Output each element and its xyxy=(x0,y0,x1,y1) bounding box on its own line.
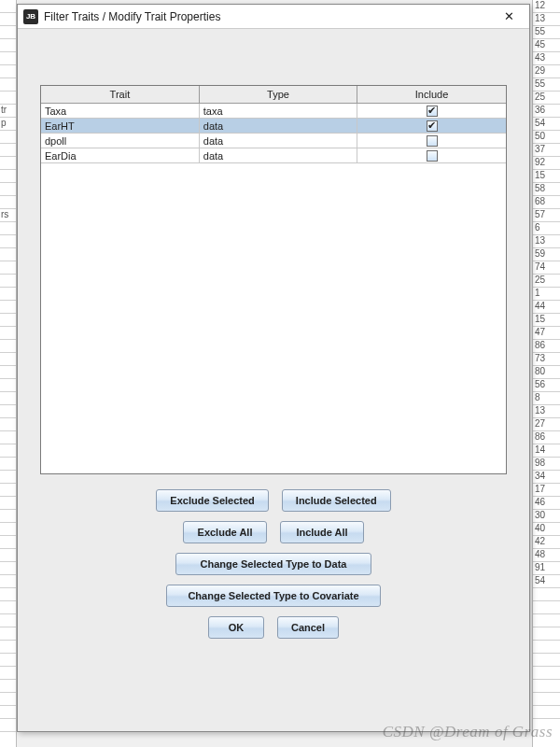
table-body: TaxataxaEarHTdatadpolldataEarDiadata xyxy=(41,104,506,163)
table-row[interactable]: Taxataxa xyxy=(41,104,506,119)
cell-include[interactable] xyxy=(357,134,506,148)
include-checkbox[interactable] xyxy=(427,106,438,117)
button-row-5: OK Cancel xyxy=(208,616,339,639)
close-icon[interactable]: ✕ xyxy=(494,7,524,27)
change-type-to-covariate-button[interactable]: Change Selected Type to Covariate xyxy=(166,585,381,607)
button-area: Exclude Selected Include Selected Exclud… xyxy=(156,489,390,639)
ok-button[interactable]: OK xyxy=(208,616,264,639)
cell-type[interactable]: taxa xyxy=(199,104,357,119)
col-header-type[interactable]: Type xyxy=(199,86,357,104)
include-all-button[interactable]: Include All xyxy=(280,521,364,543)
cell-type[interactable]: data xyxy=(199,134,357,148)
cell-trait[interactable]: EarHT xyxy=(41,119,199,134)
dialog-content: Trait Type Include TaxataxaEarHTdatadpol… xyxy=(18,29,529,652)
button-row-3: Change Selected Type to Data xyxy=(175,553,371,575)
table-row[interactable]: dpolldata xyxy=(41,134,506,148)
cell-type[interactable]: data xyxy=(199,148,357,163)
include-checkbox[interactable] xyxy=(427,150,438,162)
traits-table-container: Trait Type Include TaxataxaEarHTdatadpol… xyxy=(40,85,507,474)
table-row[interactable]: EarHTdata xyxy=(41,119,506,134)
filter-traits-dialog: JB Filter Traits / Modify Trait Properti… xyxy=(17,4,530,732)
cell-include[interactable] xyxy=(357,104,506,119)
button-row-4: Change Selected Type to Covariate xyxy=(166,585,381,607)
cell-trait[interactable]: Taxa xyxy=(41,104,199,119)
cell-type[interactable]: data xyxy=(199,119,357,134)
cancel-button[interactable]: Cancel xyxy=(277,616,339,639)
background-left-stub: trprs xyxy=(0,0,17,747)
cell-include[interactable] xyxy=(357,119,506,134)
background-right-stub: 1213554543295525365450379215586857613597… xyxy=(532,0,560,747)
table-header-row: Trait Type Include xyxy=(41,86,506,104)
button-row-2: Exclude All Include All xyxy=(183,521,364,543)
col-header-include[interactable]: Include xyxy=(357,86,506,104)
cell-trait[interactable]: EarDia xyxy=(41,148,199,163)
table-row[interactable]: EarDiadata xyxy=(41,148,506,163)
button-row-1: Exclude Selected Include Selected xyxy=(156,489,390,512)
exclude-all-button[interactable]: Exclude All xyxy=(183,521,267,543)
app-icon: JB xyxy=(23,9,38,24)
traits-table: Trait Type Include TaxataxaEarHTdatadpol… xyxy=(41,86,506,163)
cell-trait[interactable]: dpoll xyxy=(41,134,199,148)
exclude-selected-button[interactable]: Exclude Selected xyxy=(156,489,269,512)
change-type-to-data-button[interactable]: Change Selected Type to Data xyxy=(175,553,371,575)
cell-include[interactable] xyxy=(357,148,506,163)
dialog-title: Filter Traits / Modify Trait Properties xyxy=(44,10,494,23)
col-header-trait[interactable]: Trait xyxy=(41,86,199,104)
include-selected-button[interactable]: Include Selected xyxy=(282,489,391,512)
include-checkbox[interactable] xyxy=(427,135,438,147)
include-checkbox[interactable] xyxy=(427,120,438,132)
titlebar: JB Filter Traits / Modify Trait Properti… xyxy=(18,5,529,29)
